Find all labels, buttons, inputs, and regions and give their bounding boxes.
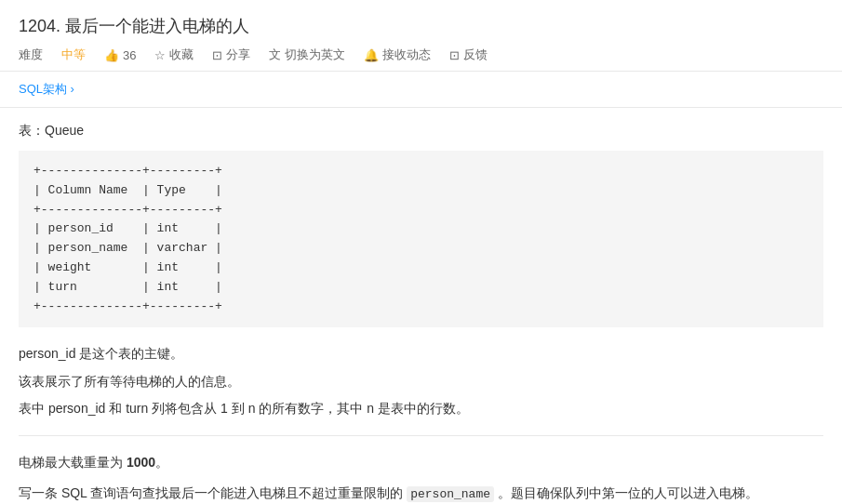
feedback-icon: ⊡ [449, 48, 460, 62]
problem-title: 1204. 最后一个能进入电梯的人 [19, 15, 823, 37]
collect-button[interactable]: ☆ 收藏 [154, 46, 194, 63]
difficulty-label: 难度 [19, 46, 43, 63]
capacity-value: 1000 [127, 455, 155, 470]
query-description: 写一条 SQL 查询语句查找最后一个能进入电梯且不超过重量限制的 person_… [19, 482, 823, 504]
share-label: 分享 [226, 46, 250, 63]
share-button[interactable]: ⊡ 分享 [212, 46, 250, 63]
like-button[interactable]: 👍 36 [104, 48, 136, 62]
translate-label: 切换为英文 [285, 46, 345, 63]
capacity-section: 电梯最大载重量为 1000。 写一条 SQL 查询语句查找最后一个能进入电梯且不… [19, 451, 823, 504]
problem-header: 1204. 最后一个能进入电梯的人 难度 中等 👍 36 ☆ 收藏 ⊡ 分享 文… [0, 0, 842, 72]
feedback-label: 反馈 [463, 46, 488, 63]
capacity-text: 电梯最大载重量为 1000。 [19, 451, 823, 474]
desc-line-2: 该表展示了所有等待电梯的人的信息。 [19, 370, 823, 393]
star-icon: ☆ [154, 48, 166, 62]
translate-button[interactable]: 文 切换为英文 [269, 46, 345, 63]
translate-icon: 文 [269, 46, 281, 63]
alert-button[interactable]: 🔔 接收动态 [364, 46, 431, 63]
like-count: 36 [123, 48, 136, 62]
schema-block: +--------------+---------+ | Column Name… [19, 151, 823, 327]
content-area: 表：Queue +--------------+---------+ | Col… [0, 108, 842, 504]
description-block: person_id 是这个表的主键。 该表展示了所有等待电梯的人的信息。 表中 … [19, 342, 823, 420]
divider [19, 435, 823, 436]
like-icon: 👍 [104, 48, 119, 62]
desc-line-1: person_id 是这个表的主键。 [19, 342, 823, 365]
desc-line-3: 表中 person_id 和 turn 列将包含从 1 到 n 的所有数字，其中… [19, 397, 823, 420]
person-name-highlight: person_name [407, 486, 494, 502]
bell-icon: 🔔 [364, 48, 379, 62]
table-label: 表：Queue [19, 123, 823, 139]
meta-bar: 难度 中等 👍 36 ☆ 收藏 ⊡ 分享 文 切换为英文 🔔 接收动态 ⊡ 反馈 [19, 46, 823, 63]
breadcrumb[interactable]: SQL架构 › [0, 72, 842, 108]
difficulty-value: 中等 [61, 46, 86, 63]
collect-label: 收藏 [169, 46, 194, 63]
feedback-button[interactable]: ⊡ 反馈 [449, 46, 488, 63]
share-icon: ⊡ [212, 48, 222, 62]
alert-label: 接收动态 [382, 46, 431, 63]
